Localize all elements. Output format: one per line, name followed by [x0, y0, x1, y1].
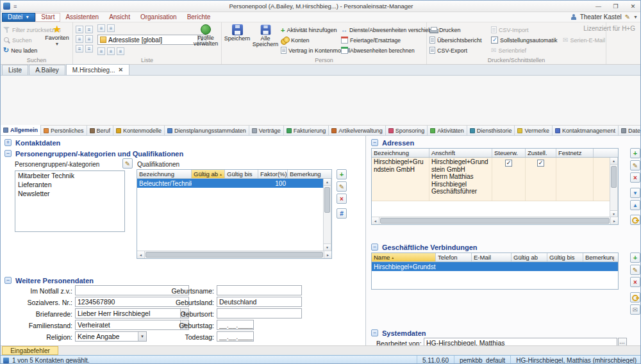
scroll-left-icon[interactable]: ◄	[137, 251, 145, 258]
close-tab-icon[interactable]: ✕	[119, 67, 124, 73]
move-shifts-button[interactable]: ↔ Dienste/Abwesenheiten verschieben	[341, 26, 438, 34]
new-list-icon[interactable]: ≡	[97, 24, 105, 32]
collapse-icon[interactable]: −	[371, 244, 378, 251]
collapse-icon[interactable]: −	[4, 150, 12, 157]
column-header[interactable]: Festnetz	[556, 149, 594, 157]
list-view-icon[interactable]: ≡	[76, 26, 83, 33]
collapse-icon[interactable]: −	[371, 329, 378, 336]
edit-address-button[interactable]: ✎	[630, 160, 640, 170]
favorites-button[interactable]: ★ Favoriten ▼	[43, 24, 71, 47]
tab-persoenliches[interactable]: Persönliches	[41, 126, 87, 135]
column-header[interactable]: Zustell.	[526, 149, 556, 157]
expand-icon[interactable]: +	[4, 139, 12, 146]
add-address-button[interactable]: +	[630, 148, 640, 158]
column-header[interactable]: Anschrift	[429, 149, 492, 157]
table-vscrollbar[interactable]: ▲ ▼	[323, 179, 331, 251]
tab-vertraege[interactable]: Verträge	[249, 126, 284, 135]
column-header[interactable]: Bezeichnung	[137, 170, 192, 178]
edit-icon[interactable]: ✎	[625, 13, 630, 21]
mass-email-button[interactable]: ✉ Serien-E-Mail	[563, 36, 605, 44]
geburtsname-input[interactable]	[217, 285, 302, 295]
add-activity-button[interactable]: + Aktivität hinzufügen	[281, 26, 337, 34]
close-button[interactable]: ✕	[624, 1, 641, 12]
ribbon-tab-berichte[interactable]: Berichte	[182, 13, 216, 22]
filter-list-icon[interactable]: ≡	[97, 47, 105, 55]
connection-key-button[interactable]	[630, 292, 640, 302]
group-icon[interactable]: ≡	[85, 35, 93, 43]
scroll-left-icon[interactable]: ◄	[372, 217, 379, 224]
scroll-right-icon[interactable]: ►	[610, 217, 618, 224]
tab-fakturierung[interactable]: Fakturierung	[284, 126, 329, 135]
steuerw-checkbox[interactable]	[505, 160, 512, 167]
edit-connection-button[interactable]: ✎	[630, 265, 640, 275]
religion-select[interactable]: Keine Angabe▼	[75, 331, 147, 342]
quick-access-icon[interactable]: ≡	[13, 3, 17, 10]
csv-export-button[interactable]: CSV-Export	[429, 46, 467, 54]
table-view-icon[interactable]: ≡	[76, 35, 83, 43]
edit-groups-button[interactable]: ✎	[122, 158, 133, 169]
tab-diensthistorie[interactable]: Diensthistorie	[467, 126, 515, 135]
tab-dienstplanungsstammdaten[interactable]: Dienstplanungsstammdaten	[165, 126, 249, 135]
card-view-icon[interactable]: ≡	[76, 45, 83, 53]
csv-import-button[interactable]: CSV-Import	[491, 26, 529, 34]
column-header[interactable]: Bemerkung	[288, 170, 324, 178]
print-button[interactable]: Drucken	[429, 26, 461, 34]
move-address-up-button[interactable]: ▲	[630, 200, 640, 210]
minimize-button[interactable]: —	[590, 1, 607, 12]
search-button[interactable]: Suchen	[3, 36, 32, 44]
tab-dateien[interactable]: Dateien	[619, 126, 641, 135]
connection-mail-button[interactable]: ✉	[630, 304, 640, 315]
column-header[interactable]: Faktor(%)	[258, 170, 288, 178]
table-row[interactable]: Beleuchter/Technik 100	[137, 179, 331, 188]
scroll-up-icon[interactable]: ▲	[324, 179, 331, 186]
table-vscrollbar[interactable]: ▲ ▼	[610, 158, 618, 218]
column-header[interactable]: Steuerw.	[492, 149, 526, 157]
grid-view-button[interactable]: #	[337, 208, 347, 219]
doc-tab-abailey[interactable]: A.Bailey	[29, 65, 65, 75]
tab-allgemein[interactable]: Allgemein	[1, 125, 41, 135]
reload-button[interactable]: ↻ Neu laden	[3, 46, 37, 54]
ribbon-tab-ansicht[interactable]: Ansicht	[104, 13, 135, 22]
column-header[interactable]: Gültig ab	[512, 253, 547, 261]
calc-absences-button[interactable]: Abwesenheiten berechnen	[341, 46, 415, 54]
column-header[interactable]: Telefon	[436, 253, 472, 261]
ribbon-tab-assistenten[interactable]: Assistenten	[60, 13, 104, 22]
column-header[interactable]: Gültig bis	[547, 253, 583, 261]
sort-icon[interactable]: ≡	[85, 26, 93, 33]
geburtsland-input[interactable]: Deutschland	[217, 297, 302, 307]
copy-list-icon[interactable]: ≡	[107, 24, 115, 32]
column-header-sorted[interactable]: Gültig ab▲	[192, 170, 225, 178]
delete-address-button[interactable]: ×	[630, 172, 640, 183]
manage-profiles-button[interactable]: Profile verwalten	[191, 24, 221, 47]
column-header[interactable]: E-Mail	[472, 253, 512, 261]
mail-merge-button[interactable]: ✉ Serienbrief	[491, 46, 526, 54]
holidays-button[interactable]: Feiertage/Ersatztage	[341, 36, 401, 44]
table-hscrollbar[interactable]: ◄ ►	[372, 217, 618, 224]
save-button[interactable]: Speichern	[224, 24, 251, 42]
table-row[interactable]: Hirschbiegel+Grundstein GmbH Hirschbiege…	[372, 158, 618, 201]
list-item[interactable]: Newsletter	[15, 189, 124, 198]
column-header[interactable]: Gültig bis	[225, 170, 258, 178]
automation-button[interactable]: Sollstellungsautomatik	[491, 36, 558, 44]
add-connection-button[interactable]: +	[630, 252, 640, 263]
delete-qualification-button[interactable]: ×	[337, 194, 347, 204]
zustell-checkbox[interactable]	[537, 160, 544, 167]
scroll-up-icon[interactable]: ▲	[610, 158, 617, 165]
list-item[interactable]: Lieferanten	[15, 180, 124, 189]
todestag-input[interactable]: __.__.____	[217, 331, 254, 342]
column-header[interactable]: Bemerkung	[583, 253, 614, 261]
scroll-right-icon[interactable]: ►	[324, 251, 331, 258]
collapse-icon[interactable]: −	[4, 277, 12, 284]
geburtstag-input[interactable]: __.__.____	[217, 320, 254, 330]
geburtsort-input[interactable]	[217, 308, 302, 318]
column-header[interactable]: Bezeichnung	[372, 149, 429, 157]
tab-aktivitaeten[interactable]: Aktivitäten	[428, 126, 467, 135]
contract-to-account-button[interactable]: Vertrag in Kontenmodell	[281, 46, 350, 54]
list-select[interactable]: Adressliste [global] ▼	[97, 35, 206, 45]
doc-tab-liste[interactable]: Liste	[2, 65, 28, 75]
chevron-down-icon[interactable]: ▼	[633, 15, 638, 19]
tab-beruf[interactable]: Beruf	[87, 126, 114, 135]
maximize-button[interactable]: ❐	[607, 1, 624, 12]
refresh-list-icon[interactable]: ≡	[107, 47, 115, 55]
ribbon-tab-organisation[interactable]: Organisation	[135, 13, 182, 22]
